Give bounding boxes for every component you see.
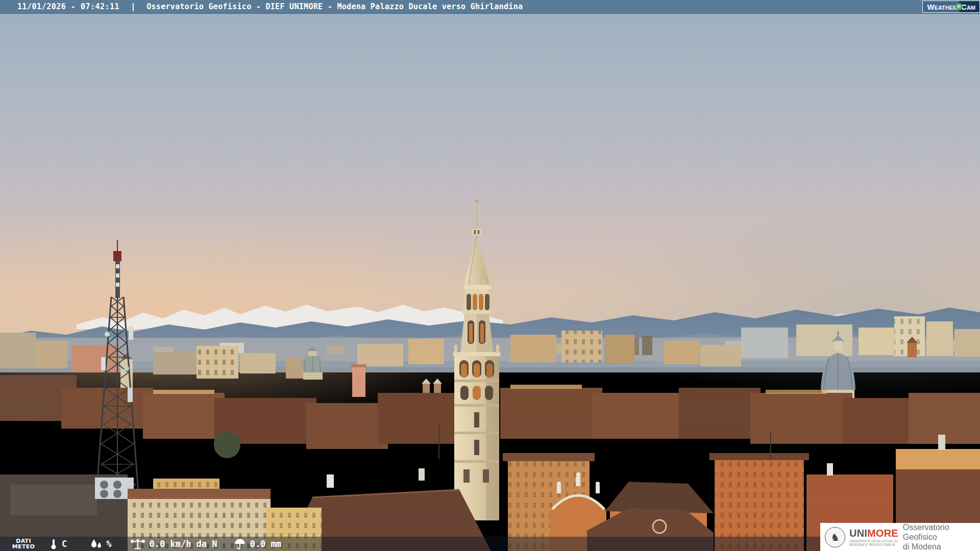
unimore-subtitle-line1: UNIVERSITÀ DEGLI STUDI DI [849,539,898,543]
meteo-label-line2: METEO [10,544,37,549]
unimore-subtitle: UNIVERSITÀ DEGLI STUDI DI MODENA E REGGI… [849,539,898,546]
temperature-unit: C [62,539,67,549]
unimore-seal-icon: ♞ [825,527,845,547]
observatory-name: Osservatorio Geofisico di Modena [903,522,980,551]
webcam-frame: 11/01/2026 - 07:42:11 | Osservatorio Geo… [0,0,980,551]
weathercam-word1: Weather [927,3,957,11]
unimore-wordmark: UNIMORE [849,528,898,538]
rain-value: 0.0 mm [250,539,281,549]
unimore-wordmark-uni: UNI [849,528,867,539]
page-title: Osservatorio Geofisico - DIEF UNIMORE - … [146,2,523,11]
datetime-label: 11/01/2026 - 07:42:11 [17,2,119,11]
unimore-panel[interactable]: ♞ UNIMORE UNIVERSITÀ DEGLI STUDI DI MODE… [820,523,980,551]
weathercam-globe-icon [955,3,963,10]
observatory-name-line2: di Modena [903,542,980,551]
humidity-unit: % [106,539,111,549]
weathercam-logo-left: Weather [923,1,959,12]
weathercam-word2: Cam [961,3,975,11]
weathercam-logo[interactable]: Weather Cam [922,1,980,13]
anemometer-icon [130,538,145,549]
observatory-name-line1: Osservatorio Geofisico [903,522,980,542]
umbrella-icon [234,538,246,549]
wind-value: 0.0 km/h da N [150,539,217,549]
meteo-label: DATI METEO [10,538,37,549]
unimore-wordmark-more: MORE [867,528,898,539]
topbar-separator: | [131,2,135,11]
topbar: 11/01/2026 - 07:42:11 | Osservatorio Geo… [0,0,980,14]
droplets-icon [89,538,103,549]
unimore-subtitle-line2: MODENA E REGGIO EMILIA [849,543,898,546]
unimore-brand-block: UNIMORE UNIVERSITÀ DEGLI STUDI DI MODENA… [849,528,898,546]
city-panorama [0,0,980,551]
thermometer-icon [50,538,57,549]
